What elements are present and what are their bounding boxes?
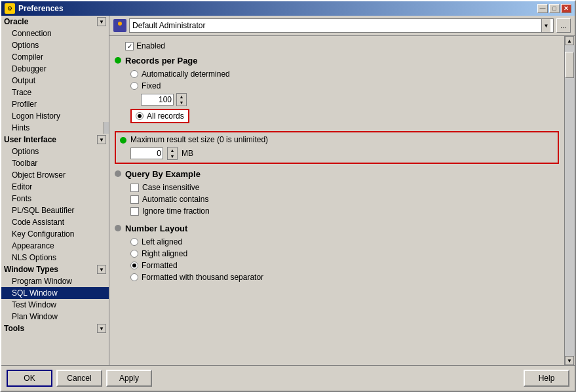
fixed-radio[interactable] bbox=[130, 82, 138, 90]
max-result-row: Maximum result set size (0 is unlimited) bbox=[120, 135, 554, 144]
cancel-button[interactable]: Cancel bbox=[56, 370, 102, 387]
sidebar-item-connection[interactable]: Connection bbox=[1, 28, 109, 39]
number-layout-section: Number Layout Left aligned Right aligned bbox=[115, 224, 559, 284]
records-per-page-section: Records per Page Automatically determine… bbox=[115, 56, 559, 126]
oracle-section-label: Oracle bbox=[4, 17, 28, 26]
tools-dropdown-btn[interactable]: ▼ bbox=[97, 324, 106, 333]
fixed-row: Fixed bbox=[125, 81, 559, 90]
number-layout-content: Number Layout Left aligned Right aligned bbox=[125, 224, 559, 284]
sidebar-item-test-window[interactable]: Test Window bbox=[1, 299, 109, 311]
case-insensitive-checkbox[interactable] bbox=[130, 184, 139, 192]
sidebar-item-sql-window[interactable]: SQL Window bbox=[1, 287, 109, 299]
scroll-track[interactable] bbox=[565, 45, 575, 356]
sidebar-item-debugger[interactable]: Debugger bbox=[1, 63, 109, 75]
all-records-highlight: All records bbox=[130, 109, 189, 123]
profile-dropdown[interactable]: Default Administrator ▼ bbox=[129, 18, 554, 33]
max-result-input-row: ▲ ▼ MB bbox=[120, 147, 554, 160]
sidebar-item-options-oracle[interactable]: Options bbox=[1, 39, 109, 51]
sidebar-item-output[interactable]: Output bbox=[1, 75, 109, 87]
sidebar-item-code-assistant[interactable]: Code Assistant bbox=[1, 216, 109, 228]
all-records-radio[interactable] bbox=[136, 112, 144, 120]
sidebar-item-key-configuration[interactable]: Key Configuration bbox=[1, 228, 109, 240]
sidebar-item-options-ui[interactable]: Options bbox=[1, 146, 109, 157]
svg-point-0 bbox=[118, 22, 122, 26]
auto-determined-row: Automatically determined bbox=[125, 69, 559, 79]
dropdown-arrow-icon[interactable]: ▼ bbox=[541, 19, 550, 32]
sidebar-item-logon-history[interactable]: Logon History bbox=[1, 110, 109, 122]
window-types-section-header: Window Types ▼ bbox=[1, 264, 109, 275]
oracle-section-header: Oracle ▼ bbox=[1, 16, 109, 28]
window-types-dropdown-btn[interactable]: ▼ bbox=[97, 265, 106, 274]
formatted-thousand-label: Formatted with thousand separator bbox=[142, 273, 263, 282]
sidebar-item-plan-window[interactable]: Plan Window bbox=[1, 311, 109, 323]
sidebar-item-appearance[interactable]: Appearance bbox=[1, 240, 109, 252]
max-result-input[interactable] bbox=[130, 147, 163, 159]
sidebar-item-trace[interactable]: Trace bbox=[1, 87, 109, 98]
left-aligned-radio[interactable] bbox=[130, 238, 138, 246]
sidebar-item-plsql-beautifier[interactable]: PL/SQL Beautifier bbox=[1, 205, 109, 216]
scroll-thumb[interactable] bbox=[565, 52, 574, 78]
max-result-spin-down[interactable]: ▼ bbox=[168, 153, 177, 159]
scroll-up-arrow[interactable]: ▲ bbox=[565, 36, 574, 45]
right-aligned-label: Right aligned bbox=[142, 249, 187, 258]
right-panel: Default Administrator ▼ ... Enabled bbox=[109, 16, 575, 365]
left-aligned-row: Left aligned bbox=[125, 237, 559, 246]
enabled-row: Enabled bbox=[115, 41, 559, 50]
sidebar-item-compiler[interactable]: Compiler bbox=[1, 51, 109, 63]
formatted-radio[interactable] bbox=[130, 262, 138, 269]
maximize-button[interactable]: □ bbox=[549, 4, 560, 13]
ui-dropdown-btn[interactable]: ▼ bbox=[97, 135, 106, 144]
gray-dot-number bbox=[115, 225, 121, 231]
tools-section-label: Tools bbox=[4, 324, 24, 333]
title-buttons: — □ ✕ bbox=[537, 4, 571, 13]
window-types-label: Window Types bbox=[4, 265, 58, 274]
formatted-thousand-radio[interactable] bbox=[130, 273, 138, 281]
all-records-label: All records bbox=[147, 111, 184, 121]
apply-button[interactable]: Apply bbox=[106, 370, 152, 387]
tools-section-header: Tools ▼ bbox=[1, 323, 109, 334]
right-aligned-radio[interactable] bbox=[130, 250, 138, 258]
toolbar-row: Default Administrator ▼ ... bbox=[109, 16, 575, 36]
auto-determined-label: Automatically determined bbox=[142, 69, 230, 79]
oracle-dropdown-btn[interactable]: ▼ bbox=[97, 17, 106, 26]
ignore-time-fraction-label: Ignore time fraction bbox=[142, 206, 210, 216]
enabled-checkbox-wrap: Enabled bbox=[125, 41, 165, 50]
ignore-time-fraction-row: Ignore time fraction bbox=[125, 206, 559, 216]
ui-section-header: User Interface ▼ bbox=[1, 134, 109, 146]
sidebar-item-editor[interactable]: Editor bbox=[1, 181, 109, 193]
ok-button[interactable]: OK bbox=[7, 370, 52, 387]
sidebar-item-object-browser[interactable]: Object Browser bbox=[1, 169, 109, 181]
content-scroll-area: Enabled Records per Page Automatically d… bbox=[109, 36, 575, 365]
case-insensitive-row: Case insensitive bbox=[125, 183, 559, 192]
max-result-spin-up[interactable]: ▲ bbox=[168, 147, 177, 153]
ellipsis-button[interactable]: ... bbox=[556, 18, 571, 33]
auto-determined-radio[interactable] bbox=[130, 70, 138, 78]
bottom-bar: OK Cancel Apply Help bbox=[1, 365, 575, 391]
sidebar-item-hints[interactable]: Hints bbox=[1, 122, 109, 134]
help-button[interactable]: Help bbox=[524, 370, 569, 387]
max-result-section: Maximum result set size (0 is unlimited)… bbox=[115, 131, 559, 164]
sidebar-item-nls-options[interactable]: NLS Options bbox=[1, 252, 109, 264]
fixed-spinner-arrows: ▲ ▼ bbox=[176, 93, 187, 106]
automatic-contains-label: Automatic contains bbox=[142, 195, 208, 204]
fixed-label: Fixed bbox=[142, 81, 161, 90]
fixed-spin-down[interactable]: ▼ bbox=[177, 100, 186, 106]
automatic-contains-checkbox[interactable] bbox=[130, 195, 139, 204]
sidebar-item-fonts[interactable]: Fonts bbox=[1, 193, 109, 205]
fixed-value-input[interactable] bbox=[141, 94, 174, 106]
content-scrollbar: ▲ ▼ bbox=[564, 36, 575, 365]
scroll-down-arrow[interactable]: ▼ bbox=[565, 356, 574, 365]
max-result-unit: MB bbox=[182, 149, 193, 158]
profile-icon bbox=[113, 19, 126, 32]
sidebar-item-profiler[interactable]: Profiler bbox=[1, 98, 109, 110]
sidebar-item-toolbar[interactable]: Toolbar bbox=[1, 157, 109, 169]
minimize-button[interactable]: — bbox=[537, 4, 548, 13]
formatted-label: Formatted bbox=[142, 261, 178, 270]
close-button[interactable]: ✕ bbox=[561, 4, 571, 13]
qbe-title: Query By Example bbox=[125, 169, 559, 179]
enabled-checkbox[interactable] bbox=[125, 42, 134, 50]
ignore-time-fraction-checkbox[interactable] bbox=[130, 207, 139, 216]
fixed-spin-up[interactable]: ▲ bbox=[177, 94, 186, 100]
sidebar-item-program-window[interactable]: Program Window bbox=[1, 275, 109, 287]
main-content: Oracle ▼ Connection Options Compiler Deb… bbox=[1, 16, 575, 365]
